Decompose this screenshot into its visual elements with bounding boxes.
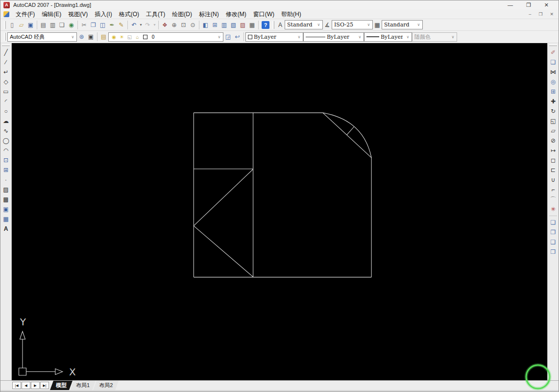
chevron-down-icon[interactable]: ∨: [315, 23, 322, 27]
text-style-combo[interactable]: Standard ∨: [285, 20, 323, 29]
layer-properties-manager-icon[interactable]: ▤: [99, 32, 108, 42]
zoom-previous-icon[interactable]: ⊙: [188, 20, 197, 30]
new-icon[interactable]: ▯: [7, 20, 17, 30]
menu-file[interactable]: 文件(F): [12, 9, 38, 19]
chevron-down-icon[interactable]: ∨: [404, 35, 412, 39]
circle-icon[interactable]: ○: [1, 106, 11, 116]
undo-icon[interactable]: ↶: [129, 20, 139, 30]
offset-icon[interactable]: ◎: [549, 77, 558, 87]
redo-flyout-icon[interactable]: ▾: [152, 20, 157, 30]
tab-nav-first[interactable]: |◀: [12, 382, 21, 389]
table-style-combo[interactable]: Standard ∨: [382, 20, 423, 29]
separator[interactable]: [77, 21, 78, 29]
tab-nav-last[interactable]: ▶|: [40, 382, 49, 389]
redo-icon[interactable]: ↷: [143, 20, 152, 30]
menu-view[interactable]: 视图(V): [65, 9, 91, 19]
close-button[interactable]: ✕: [544, 0, 549, 9]
ellipse-icon[interactable]: ◯: [1, 136, 11, 146]
quickcalc-icon[interactable]: ▦: [247, 20, 257, 30]
child-minimize-button[interactable]: –: [529, 9, 531, 19]
draworder-above-icon[interactable]: ❑: [549, 237, 558, 247]
chevron-down-icon[interactable]: ∨: [415, 23, 422, 27]
toolbar-grip[interactable]: [4, 33, 6, 41]
menu-help[interactable]: 帮助(H): [278, 9, 305, 19]
cut-icon[interactable]: ✂: [79, 20, 89, 30]
copy-clip-icon[interactable]: ❐: [89, 20, 98, 30]
pan-icon[interactable]: ❖: [160, 20, 170, 30]
toolbar-grip[interactable]: [2, 44, 10, 46]
save-icon[interactable]: ▣: [26, 20, 35, 30]
zoom-window-icon[interactable]: ⊡: [179, 20, 188, 30]
draworder-back-icon[interactable]: ❐: [549, 227, 558, 237]
match-properties-icon[interactable]: ✒: [107, 20, 117, 30]
erase-icon[interactable]: ✐: [549, 48, 558, 57]
make-object-layer-current-icon[interactable]: ◲: [223, 32, 233, 42]
line-icon[interactable]: ╱: [1, 48, 11, 57]
extend-icon[interactable]: ↦: [549, 146, 558, 155]
workspace-settings-icon[interactable]: ⊛: [77, 32, 86, 42]
dim-style-combo[interactable]: ISO-25 ∨: [332, 20, 373, 29]
draworder-front-icon[interactable]: ❏: [549, 218, 558, 227]
plot-preview-icon[interactable]: ▥: [48, 20, 57, 30]
ellipse-arc-icon[interactable]: ◠: [1, 146, 11, 155]
child-restore-button[interactable]: ❐: [538, 9, 542, 19]
separator[interactable]: [158, 21, 159, 29]
separator[interactable]: [199, 21, 199, 29]
mirror-icon[interactable]: ⋈: [549, 67, 558, 77]
designcenter-icon[interactable]: ⊞: [210, 20, 219, 30]
workspace-combo[interactable]: AutoCAD 经典 ∨: [7, 32, 77, 42]
draworder-under-icon[interactable]: ❒: [549, 247, 558, 257]
revision-cloud-icon[interactable]: ☁: [1, 116, 11, 126]
spline-icon[interactable]: ∿: [1, 126, 11, 136]
layer-combo[interactable]: ◉☀◱⌂0 ∨: [108, 32, 223, 42]
make-block-icon[interactable]: ⊞: [1, 165, 11, 175]
save-workspace-icon[interactable]: ▣: [86, 32, 96, 42]
chevron-down-icon[interactable]: ∨: [295, 35, 303, 39]
explode-icon[interactable]: ✳: [549, 204, 558, 214]
separator[interactable]: [549, 216, 557, 216]
sheet-set-manager-icon[interactable]: ▧: [229, 20, 238, 30]
block-editor-icon[interactable]: ✎: [117, 20, 126, 30]
undo-flyout-icon[interactable]: ▾: [139, 20, 143, 30]
table-icon[interactable]: ▦: [1, 214, 11, 224]
menu-tools[interactable]: 工具(T): [143, 9, 169, 19]
tab-nav-next[interactable]: ▶: [31, 382, 40, 389]
array-icon[interactable]: ⊞: [549, 87, 558, 97]
scale-icon[interactable]: ◱: [549, 116, 558, 126]
break-icon[interactable]: ⊏: [549, 165, 558, 175]
chevron-down-icon[interactable]: ∨: [365, 23, 372, 27]
help-icon[interactable]: ?: [262, 21, 269, 29]
drawing-canvas[interactable]: YX: [12, 43, 547, 380]
publish-icon[interactable]: ❏: [57, 20, 67, 30]
dim-style-icon[interactable]: ∡: [323, 21, 332, 29]
menu-format[interactable]: 格式(O): [116, 9, 143, 19]
paste-icon[interactable]: ◫: [98, 20, 107, 30]
chevron-down-icon[interactable]: ∨: [69, 35, 76, 39]
text-style-icon[interactable]: A: [276, 21, 285, 29]
linetype-combo[interactable]: ByLayer ∨: [303, 32, 364, 42]
restore-button[interactable]: ❐: [526, 0, 531, 9]
toolbar-grip[interactable]: [549, 44, 557, 46]
lineweight-combo[interactable]: ByLayer ∨: [364, 32, 412, 42]
tab-layout1[interactable]: 布局1: [70, 381, 96, 390]
chamfer-icon[interactable]: ⌐: [549, 185, 558, 195]
child-close-button[interactable]: ✕: [550, 9, 554, 19]
polygon-icon[interactable]: ◇: [1, 77, 11, 87]
separator[interactable]: [127, 21, 128, 29]
stretch-icon[interactable]: ▱: [549, 126, 558, 136]
menu-window[interactable]: 窗口(W): [250, 9, 278, 19]
zoom-realtime-icon[interactable]: ⊕: [170, 20, 179, 30]
markup-set-manager-icon[interactable]: ▨: [238, 20, 247, 30]
rectangle-icon[interactable]: ▭: [1, 87, 11, 97]
plot-icon[interactable]: ▤: [39, 20, 48, 30]
menu-dimension[interactable]: 标注(N): [195, 9, 222, 19]
mtext-icon[interactable]: A: [1, 224, 11, 234]
break-at-point-icon[interactable]: ◻: [549, 155, 558, 165]
menu-edit[interactable]: 编辑(E): [38, 9, 65, 19]
layer-previous-icon[interactable]: ↩: [233, 32, 242, 42]
open-icon[interactable]: ▱: [17, 20, 26, 30]
chevron-down-icon[interactable]: ∨: [216, 35, 223, 39]
chevron-down-icon[interactable]: ∨: [356, 35, 364, 39]
join-icon[interactable]: ∪: [549, 175, 558, 185]
separator[interactable]: [258, 21, 259, 29]
